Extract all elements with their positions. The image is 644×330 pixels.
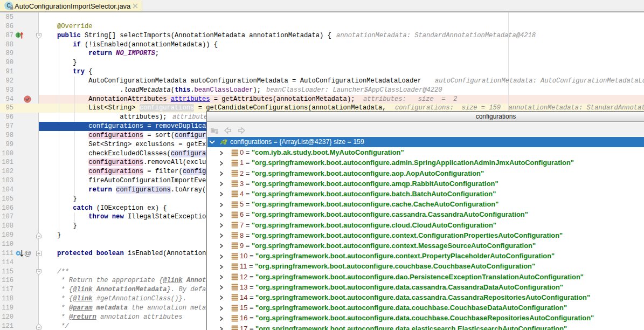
svg-text:@: @ (24, 250, 32, 257)
svg-text:C: C (6, 3, 10, 9)
